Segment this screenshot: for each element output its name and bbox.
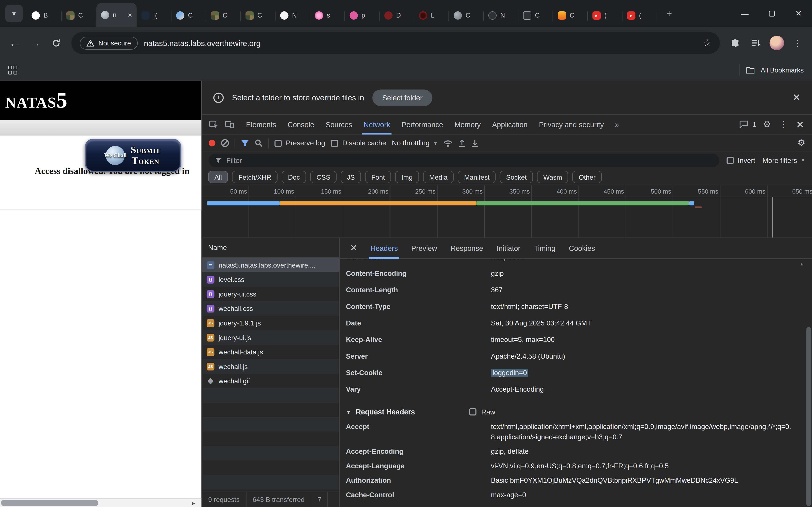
browser-tab[interactable]: C (171, 4, 206, 27)
new-tab-button[interactable]: + (661, 6, 677, 21)
filter-chip-media[interactable]: Media (423, 171, 454, 183)
request-row[interactable]: {} jquery-ui.css (202, 287, 339, 301)
scrollbar-thumb[interactable] (1, 500, 98, 506)
preserve-log-checkbox[interactable] (274, 139, 282, 147)
infobar-close-button[interactable]: ✕ (792, 92, 801, 103)
inspect-element-button[interactable] (206, 117, 221, 132)
filter-chip-fetch-xhr[interactable]: Fetch/XHR (232, 171, 277, 183)
scroll-right-icon[interactable]: ▸ (192, 499, 195, 507)
issues-button[interactable] (736, 117, 751, 132)
devtools-tab-elements[interactable]: Elements (240, 115, 282, 134)
filter-chip-other[interactable]: Other (572, 171, 602, 183)
all-bookmarks[interactable]: All Bookmarks (740, 64, 804, 76)
forward-button[interactable]: → (26, 34, 44, 52)
filter-toggle-button[interactable] (241, 139, 249, 147)
request-row[interactable]: JS wechall-data.js (202, 345, 339, 359)
filter-chip-css[interactable]: CSS (310, 171, 337, 183)
devtools-close-button[interactable]: ✕ (792, 117, 808, 132)
throttling-dropdown[interactable]: No throttling ▼ (392, 139, 438, 147)
bookmark-star-icon[interactable]: ☆ (703, 37, 712, 49)
browser-tab[interactable]: n × (96, 3, 137, 27)
filter-chip-font[interactable]: Font (365, 171, 391, 183)
filter-chip-all[interactable]: All (208, 171, 228, 183)
browser-tab[interactable]: p (345, 4, 380, 27)
scroll-up-icon[interactable]: ▲ (800, 262, 804, 267)
device-toolbar-button[interactable] (222, 117, 237, 132)
network-conditions-button[interactable] (444, 139, 453, 147)
devtools-tab-privacy-and-security[interactable]: Privacy and security (533, 115, 610, 134)
back-button[interactable]: ← (5, 34, 24, 52)
browser-tab[interactable]: ( (588, 4, 622, 27)
request-row[interactable]: JS jquery-ui.js (202, 330, 339, 345)
requests-table-header[interactable]: Name (202, 238, 339, 258)
details-tab-initiator[interactable]: Initiator (490, 238, 527, 259)
more-tabs-button[interactable]: » (610, 120, 624, 129)
request-headers-section[interactable]: ▼ Request Headers Raw (346, 404, 797, 419)
browser-tab[interactable]: C (518, 4, 553, 27)
raw-checkbox[interactable] (469, 408, 476, 415)
request-row[interactable]: JS wechall.js (202, 359, 339, 374)
request-row[interactable]: {} level.css (202, 272, 339, 287)
details-tab-cookies[interactable]: Cookies (562, 238, 602, 259)
request-row[interactable]: {} wechall.css (202, 301, 339, 316)
filter-chip-wasm[interactable]: Wasm (537, 171, 568, 183)
devtools-tab-sources[interactable]: Sources (320, 115, 358, 134)
browser-tab[interactable]: N (275, 4, 310, 27)
browser-tab[interactable]: [( (137, 4, 171, 27)
raw-toggle[interactable]: Raw (469, 408, 495, 416)
devtools-tab-console[interactable]: Console (282, 115, 320, 134)
filter-chip-doc[interactable]: Doc (282, 171, 306, 183)
disclosure-triangle-icon[interactable]: ▼ (346, 409, 351, 415)
submit-token-button[interactable]: We Chall Submit Token (85, 138, 181, 172)
vertical-scrollbar[interactable] (805, 261, 812, 506)
more-filters-dropdown[interactable]: More filters ▼ (762, 157, 805, 164)
security-badge[interactable]: Not secure (80, 37, 138, 49)
preserve-log-control[interactable]: Preserve log (274, 139, 325, 147)
clear-network-log-button[interactable] (221, 139, 229, 147)
devtools-tab-network[interactable]: Network (358, 115, 396, 134)
browser-tab[interactable]: B (27, 4, 61, 27)
devtools-menu-button[interactable]: ⋮ (776, 117, 791, 132)
invert-checkbox[interactable] (726, 157, 733, 164)
horizontal-scrollbar[interactable]: ▸ (0, 498, 201, 507)
browser-tab[interactable]: C (241, 4, 275, 27)
record-button[interactable] (209, 140, 215, 147)
address-bar[interactable]: Not secure natas5.natas.labs.overthewire… (71, 32, 720, 54)
details-close-button[interactable]: ✕ (344, 243, 364, 253)
close-window-button[interactable]: ✕ (785, 0, 812, 27)
select-folder-button[interactable]: Select folder (372, 89, 433, 106)
details-tab-preview[interactable]: Preview (405, 238, 444, 259)
filter-chip-js[interactable]: JS (341, 171, 361, 183)
details-tab-timing[interactable]: Timing (527, 238, 562, 259)
browser-tab[interactable]: D (380, 4, 414, 27)
devtools-tab-memory[interactable]: Memory (449, 115, 487, 134)
network-overview[interactable]: 50 ms100 ms150 ms200 ms250 ms300 ms350 m… (202, 185, 812, 238)
browser-tab[interactable]: C (553, 4, 588, 27)
browser-tab[interactable]: N (484, 4, 518, 27)
request-row[interactable]: JS jquery-1.9.1.js (202, 316, 339, 330)
devtools-settings-button[interactable]: ⚙ (759, 117, 774, 132)
filter-chip-img[interactable]: Img (395, 171, 419, 183)
browser-tab[interactable]: C (206, 4, 241, 27)
filter-chip-manifest[interactable]: Manifest (458, 171, 496, 183)
profile-avatar[interactable] (769, 36, 784, 50)
invert-filter-control[interactable]: Invert (726, 157, 755, 164)
extensions-button[interactable] (726, 34, 745, 52)
export-har-button[interactable] (471, 139, 479, 147)
disable-cache-control[interactable]: Disable cache (331, 139, 386, 147)
browser-tab[interactable]: C (61, 4, 96, 27)
filter-chip-socket[interactable]: Socket (500, 171, 533, 183)
maximize-button[interactable] (758, 0, 785, 27)
request-row[interactable]: wechall.gif (202, 374, 339, 388)
minimize-button[interactable]: — (731, 0, 758, 27)
disable-cache-checkbox[interactable] (331, 139, 338, 147)
filter-input[interactable]: Filter (209, 154, 719, 167)
apps-grid-icon[interactable] (8, 65, 17, 74)
browser-menu-button[interactable]: ⋮ (788, 34, 807, 52)
search-button[interactable] (255, 139, 263, 147)
name-column-header[interactable]: Name (208, 244, 227, 251)
reload-button[interactable] (47, 34, 65, 52)
devtools-tab-performance[interactable]: Performance (396, 115, 449, 134)
details-tab-headers[interactable]: Headers (364, 238, 404, 259)
details-tab-response[interactable]: Response (444, 238, 490, 259)
